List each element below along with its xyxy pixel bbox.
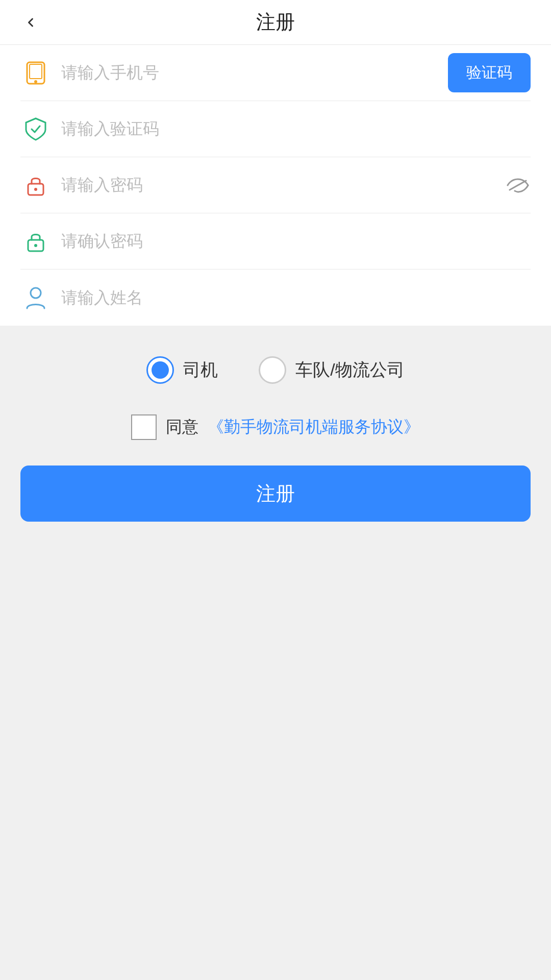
lock-green-icon bbox=[20, 226, 51, 257]
password-input[interactable] bbox=[61, 176, 500, 194]
verify-row bbox=[20, 101, 531, 157]
agree-prefix-text: 同意 bbox=[166, 416, 198, 438]
svg-point-4 bbox=[34, 188, 37, 191]
phone-icon bbox=[20, 58, 51, 88]
register-button[interactable]: 注册 bbox=[20, 465, 531, 522]
phone-row: 验证码 bbox=[20, 45, 531, 101]
back-button[interactable] bbox=[18, 10, 43, 35]
fleet-radio-button[interactable] bbox=[259, 356, 286, 384]
svg-point-2 bbox=[34, 80, 37, 83]
driver-radio-option[interactable]: 司机 bbox=[146, 356, 218, 384]
name-input[interactable] bbox=[61, 288, 531, 307]
lock-red-icon bbox=[20, 170, 51, 201]
page-title: 注册 bbox=[256, 9, 295, 35]
confirm-password-row bbox=[20, 213, 531, 270]
fleet-radio-label: 车队/物流公司 bbox=[295, 358, 404, 382]
name-row bbox=[20, 270, 531, 326]
verify-code-input[interactable] bbox=[61, 119, 531, 138]
header: 注册 bbox=[0, 0, 551, 45]
agree-row: 同意 《勤手物流司机端服务协议》 bbox=[20, 414, 531, 440]
verify-code-button[interactable]: 验证码 bbox=[448, 53, 531, 92]
person-icon bbox=[20, 282, 51, 313]
password-row bbox=[20, 157, 531, 213]
phone-input[interactable] bbox=[61, 63, 438, 82]
driver-radio-label: 司机 bbox=[183, 358, 218, 382]
service-agreement-link[interactable]: 《勤手物流司机端服务协议》 bbox=[208, 416, 420, 438]
role-radio-group: 司机 车队/物流公司 bbox=[20, 356, 531, 384]
shield-icon bbox=[20, 114, 51, 144]
driver-radio-button[interactable] bbox=[146, 356, 174, 384]
fleet-radio-option[interactable]: 车队/物流公司 bbox=[259, 356, 404, 384]
options-section: 司机 车队/物流公司 同意 《勤手物流司机端服务协议》 注册 bbox=[0, 326, 551, 980]
form-section: 验证码 bbox=[0, 45, 551, 326]
confirm-password-input[interactable] bbox=[61, 232, 531, 251]
svg-rect-1 bbox=[30, 64, 42, 79]
svg-point-7 bbox=[31, 288, 41, 298]
eye-icon[interactable] bbox=[505, 173, 531, 198]
agree-checkbox[interactable] bbox=[131, 414, 157, 440]
svg-point-6 bbox=[34, 244, 37, 247]
